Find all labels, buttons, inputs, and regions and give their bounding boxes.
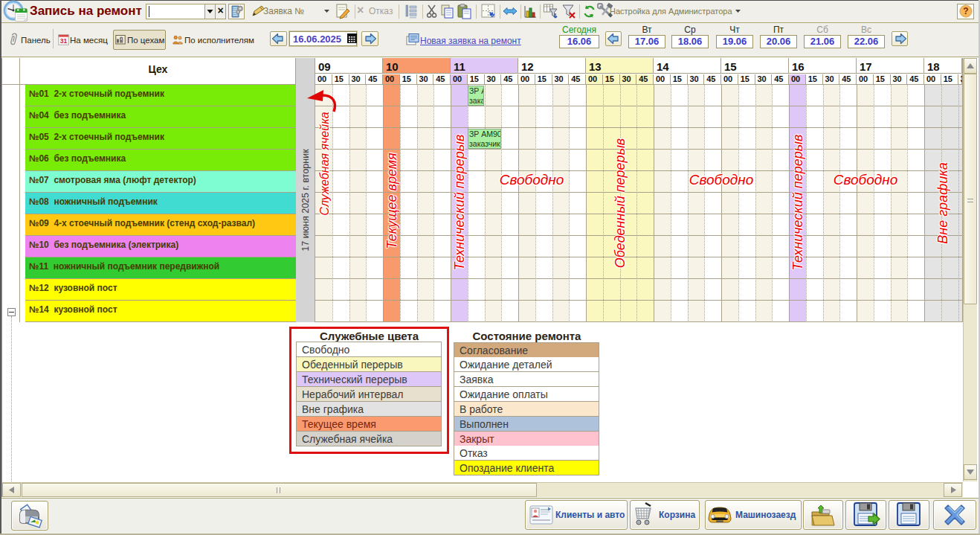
svg-text:?: ? xyxy=(963,6,968,16)
svg-text:31: 31 xyxy=(60,37,68,45)
